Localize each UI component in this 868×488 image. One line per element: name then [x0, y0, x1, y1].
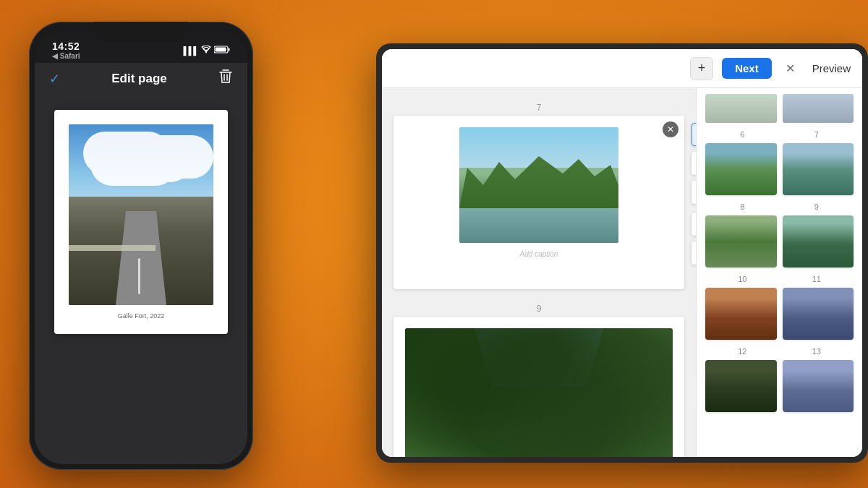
panel-numbers-8-9: 8 9 — [705, 202, 854, 211]
tablet-toolbar: + Next ✕ Preview — [382, 49, 862, 88]
editor-tools-panel: T ↕ — [692, 123, 696, 265]
page-7-close-button[interactable]: ✕ — [663, 121, 678, 137]
tablet-screen: + Next ✕ Preview 7 ✕ — [382, 49, 862, 457]
panel-row-8-9: 8 9 — [705, 202, 854, 267]
editor-page-9 — [393, 317, 684, 457]
panel-num-13: 13 — [812, 347, 821, 356]
page-9-number: 9 — [393, 304, 684, 314]
panel-num-6: 6 — [740, 130, 744, 139]
panel-thumbs-12-13 — [705, 360, 854, 412]
editor-page-7: ✕ Add caption — [393, 116, 684, 289]
phone-status-left: 14:52 ◀ Safari — [52, 40, 80, 60]
panel-thumb-13[interactable] — [783, 360, 854, 412]
next-button[interactable]: Next — [722, 58, 772, 79]
trees-up-scene — [405, 328, 673, 457]
panel-num-9: 9 — [814, 202, 819, 211]
add-button[interactable]: + — [690, 57, 713, 80]
svg-rect-3 — [229, 48, 230, 51]
signal-icon: ▌▌▌ — [184, 46, 198, 55]
phone-check-icon[interactable]: ✓ — [49, 71, 60, 87]
tablet-editor[interactable]: 7 ✕ Add caption — [382, 88, 696, 457]
panel-thumb-6[interactable] — [705, 143, 777, 195]
phone-edit-page-title: Edit page — [111, 72, 167, 86]
phone-photo — [69, 124, 213, 305]
phone-page: Galle Fort, 2022 — [54, 110, 228, 334]
panel-thumbs-8-9 — [705, 215, 854, 267]
panel-num-8: 8 — [740, 202, 744, 211]
page-7-number: 7 — [393, 103, 684, 113]
panel-row-6-7: 6 7 — [705, 130, 854, 195]
panel-thumb-11[interactable] — [783, 288, 854, 340]
phone-safari-label: ◀ Safari — [52, 52, 80, 60]
page-9-section: 9 — [393, 304, 684, 457]
photo-water — [459, 208, 618, 243]
panel-num-10: 10 — [738, 275, 746, 283]
editor-page-9-photo — [405, 328, 673, 457]
phone-status-icons: ▌▌▌ — [184, 46, 230, 55]
photo-tool-icon[interactable] — [692, 123, 696, 146]
phone-photo-clouds — [83, 132, 170, 175]
nature-photo-scene — [459, 127, 618, 243]
fence — [69, 245, 156, 251]
panel-thumbs-10-11 — [705, 288, 854, 340]
phone-page-caption: Galle Fort, 2022 — [118, 312, 165, 320]
editor-page-7-photo — [459, 127, 618, 243]
layout-tool-icon[interactable] — [692, 213, 696, 236]
panel-thumb-8[interactable] — [705, 215, 777, 267]
tablet-device: + Next ✕ Preview 7 ✕ — [376, 43, 868, 463]
panel-thumbs-6-7 — [705, 143, 854, 195]
svg-point-0 — [205, 52, 207, 53]
wifi-icon — [201, 46, 211, 55]
panel-row-12-13: 12 13 — [705, 347, 854, 412]
panel-num-7: 7 — [814, 130, 819, 139]
text-tool-icon[interactable]: T ↕ — [692, 241, 696, 265]
preview-label: Preview — [812, 62, 851, 74]
phone-notch — [94, 22, 188, 42]
phone-content: Galle Fort, 2022 — [35, 95, 247, 464]
photo-tool-2-icon[interactable] — [692, 152, 696, 175]
panel-row-10-11: 10 11 — [705, 275, 854, 340]
tree-overlay — [405, 328, 673, 457]
panel-num-12: 12 — [738, 347, 746, 356]
panel-numbers-10-11: 10 11 — [705, 275, 854, 283]
battery-icon — [214, 46, 230, 55]
thumb-partial-2[interactable] — [783, 94, 854, 123]
panel-num-11: 11 — [812, 275, 821, 283]
road-line — [138, 258, 140, 294]
panel-thumb-10[interactable] — [705, 288, 777, 340]
panel-numbers-6-7: 6 7 — [705, 130, 854, 139]
phone-device: 14:52 ◀ Safari ▌▌▌ — [29, 22, 253, 470]
panel-numbers-12-13: 12 13 — [705, 347, 854, 356]
page-7-section: 7 ✕ Add caption — [393, 103, 684, 289]
tablet-panel[interactable]: 6 7 8 9 — [696, 88, 862, 457]
phone-time: 14:52 — [52, 40, 80, 52]
panel-top-partial — [705, 88, 854, 123]
photo-tool-3-icon[interactable] — [692, 181, 696, 204]
panel-thumb-7[interactable] — [783, 143, 854, 195]
phone-trash-icon[interactable] — [218, 69, 233, 88]
svg-rect-2 — [216, 48, 226, 52]
tablet-body: 7 ✕ Add caption — [382, 88, 862, 457]
editor-page-9-content — [393, 317, 684, 457]
panel-top-partial-thumbs — [705, 94, 854, 123]
phone-nav-bar: ✓ Edit page — [35, 63, 247, 95]
thumb-partial-1[interactable] — [705, 94, 777, 123]
panel-thumb-9[interactable] — [783, 215, 854, 267]
close-button[interactable]: ✕ — [780, 59, 801, 79]
panel-thumb-12[interactable] — [705, 360, 777, 412]
editor-page-7-content: Add caption — [393, 116, 684, 289]
editor-page-7-caption[interactable]: Add caption — [405, 250, 673, 258]
phone-screen: 14:52 ◀ Safari ▌▌▌ — [35, 30, 247, 464]
